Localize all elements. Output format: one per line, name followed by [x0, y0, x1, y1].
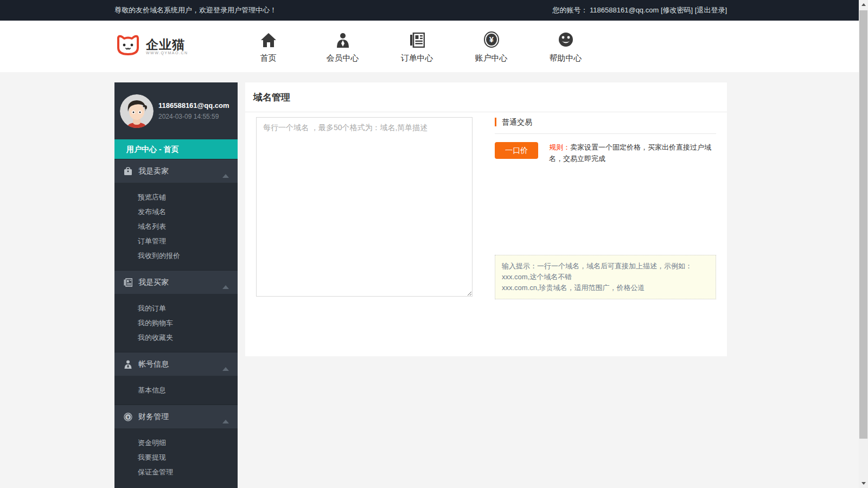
input-tip-box: 输入提示：一行一个域名，域名后可直接加上描述，示例如： xxx.com,这个域名…: [495, 255, 716, 299]
sidebar-section-header-buyer[interactable]: 我是买家: [114, 270, 238, 294]
tip-line: 输入提示：一行一个域名，域名后可直接加上描述，示例如：: [502, 261, 709, 272]
main-nav: 首页 会员中心 订单中心 ¥: [231, 29, 603, 63]
account-email: 1186588161@qq.com: [590, 6, 659, 14]
rule-label: 规则：: [549, 143, 570, 151]
content-area: 1186588161@qq.com 2024-03-09 14:55:59 用户…: [0, 72, 868, 488]
arrow-up-icon: [861, 3, 866, 6]
sidebar: 1186588161@qq.com 2024-03-09 14:55:59 用户…: [114, 82, 238, 488]
sidebar-item-preview-shop[interactable]: 预览店铺: [114, 190, 238, 204]
scroll-up-button[interactable]: [859, 0, 868, 9]
person-icon: [124, 360, 132, 369]
sidebar-section-header-finance[interactable]: ¥ 财务管理: [114, 404, 238, 428]
sidebar-section-header-seller[interactable]: 我是卖家: [114, 159, 238, 183]
yen-circle-icon: ¥: [124, 413, 132, 421]
trade-rule: 规则：卖家设置一个固定价格，买家出价直接过户域名，交易立即完成: [549, 142, 716, 165]
sidebar-item-withdraw[interactable]: 我要提现: [114, 450, 238, 465]
tip-line: xxx.com,这个域名不错: [502, 272, 709, 282]
nav-item-account[interactable]: ¥ 账户中心: [454, 29, 528, 63]
scroll-down-button[interactable]: [859, 479, 868, 488]
sidebar-section-header-account[interactable]: 帐号信息: [114, 352, 238, 376]
sidebar-item-fund-details[interactable]: 资金明细: [114, 435, 238, 450]
welcome-message: 尊敬的友价域名系统用户，欢迎登录用户管理中心！: [114, 5, 277, 15]
yen-circle-icon: ¥: [454, 29, 528, 48]
logo-url: WWW.QYMAO.CN: [146, 51, 188, 55]
sidebar-item-domain-list[interactable]: 域名列表: [114, 219, 238, 234]
order-icon: [124, 278, 132, 287]
account-label: 您的账号：: [552, 6, 588, 14]
page-scrollbar[interactable]: [859, 0, 868, 488]
page: 尊敬的友价域名系统用户，欢迎登录用户管理中心！ 您的账号： 1186588161…: [0, 0, 868, 488]
sidebar-section-seller: 我是卖家 预览店铺 发布域名 域名列表 订单管理 我收到的报价: [114, 159, 238, 270]
sidebar-item-my-favorites[interactable]: 我的收藏夹: [114, 330, 238, 345]
sidebar-section-finance: ¥ 财务管理 资金明细 我要提现 保证金管理: [114, 404, 238, 486]
logo-name: 企业猫: [146, 38, 188, 51]
nav-item-help[interactable]: 帮助中心: [528, 29, 603, 63]
tip-line: xxx.com.cn,珍贵域名，适用范围广，价格公道: [502, 282, 709, 293]
avatar: [120, 94, 154, 128]
scrollbar-thumb[interactable]: [859, 10, 867, 439]
sidebar-item-user-center-home[interactable]: 用户中心 - 首页: [114, 139, 238, 159]
order-icon: [380, 29, 454, 48]
rule-description: 卖家设置一个固定价格，买家出价直接过户域名，交易立即完成: [549, 143, 711, 163]
cat-logo-icon: [114, 33, 142, 60]
collapse-arrow-icon[interactable]: [222, 420, 229, 423]
domain-input-textarea[interactable]: [256, 117, 473, 297]
home-icon: [231, 29, 305, 48]
user-profile: 1186588161@qq.com 2024-03-09 14:55:59: [114, 82, 238, 139]
briefcase-icon: [124, 167, 132, 176]
buyout-price-button[interactable]: 一口价: [495, 142, 538, 159]
member-icon: [305, 29, 380, 48]
sidebar-section-account: 帐号信息 基本信息: [114, 352, 238, 404]
sidebar-item-my-cart[interactable]: 我的购物车: [114, 316, 238, 330]
collapse-arrow-icon[interactable]: [222, 367, 229, 371]
nav-item-member[interactable]: 会员中心: [305, 29, 380, 63]
sidebar-item-order-manage[interactable]: 订单管理: [114, 234, 238, 248]
header: 企业猫 WWW.QYMAO.CN 首页 会员中心: [0, 21, 868, 72]
sidebar-item-received-offers[interactable]: 我收到的报价: [114, 248, 238, 263]
nav-item-home[interactable]: 首页: [231, 29, 305, 63]
nav-item-order[interactable]: 订单中心: [380, 29, 454, 63]
smiley-icon: [528, 29, 603, 48]
change-password-link[interactable]: [修改密码]: [661, 6, 693, 14]
sidebar-item-publish-domain[interactable]: 发布域名: [114, 204, 238, 219]
arrow-down-icon: [861, 482, 866, 485]
logo[interactable]: 企业猫 WWW.QYMAO.CN: [114, 33, 231, 60]
sidebar-item-deposit-manage[interactable]: 保证金管理: [114, 465, 238, 479]
sidebar-item-basic-info[interactable]: 基本信息: [114, 383, 238, 397]
profile-email: 1186588161@qq.com: [158, 101, 229, 110]
logout-link[interactable]: [退出登录]: [695, 6, 727, 14]
trade-section-title: 普通交易: [495, 118, 532, 126]
topbar: 尊敬的友价域名系统用户，欢迎登录用户管理中心！ 您的账号： 1186588161…: [0, 0, 868, 21]
collapse-arrow-icon[interactable]: [222, 285, 229, 289]
profile-login-time: 2024-03-09 14:55:59: [158, 113, 229, 120]
trade-section-header: 普通交易: [495, 117, 716, 134]
sidebar-section-buyer: 我是买家 我的订单 我的购物车 我的收藏夹: [114, 270, 238, 352]
page-title: 域名管理: [245, 82, 727, 112]
svg-text:¥: ¥: [489, 35, 494, 44]
main-panel: 域名管理 普通交易 一口价 规则：卖家设置一个固定价格，买家出价直接过户域名，交…: [245, 82, 727, 356]
collapse-arrow-icon[interactable]: [222, 174, 229, 178]
account-info: 您的账号： 1186588161@qq.com [修改密码] [退出登录]: [552, 5, 727, 15]
sidebar-item-my-orders[interactable]: 我的订单: [114, 301, 238, 316]
